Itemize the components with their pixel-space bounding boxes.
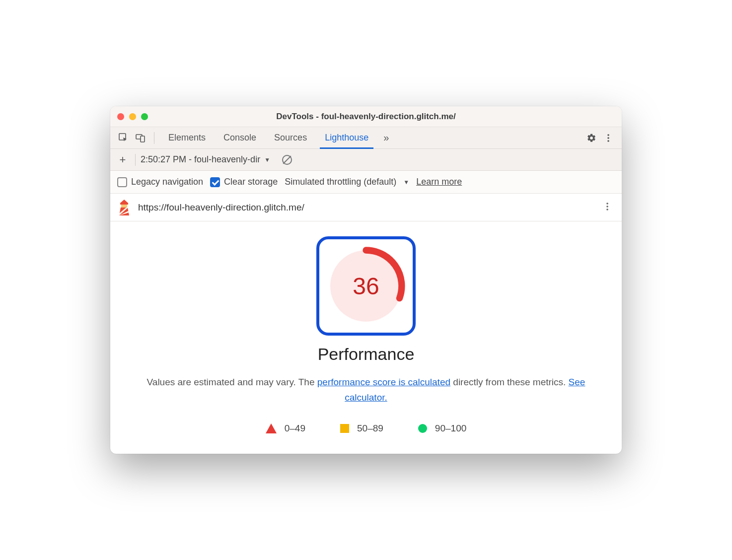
legend-pass-label: 90–100 (435, 423, 466, 434)
clear-storage-checkbox[interactable]: Clear storage (210, 177, 278, 187)
traffic-lights (117, 113, 148, 120)
divider (135, 154, 136, 166)
score-legend: 0–49 50–89 90–100 (125, 423, 607, 434)
score-gauge-highlight[interactable]: 36 (316, 236, 416, 336)
svg-point-4 (607, 137, 609, 139)
report-select-label: 2:50:27 PM - foul-heavenly-dir (141, 154, 260, 165)
legacy-nav-label: Legacy navigation (131, 177, 203, 187)
window-title: DevTools - foul-heavenly-direction.glitc… (276, 112, 455, 122)
svg-rect-6 (121, 205, 127, 208)
svg-point-8 (606, 206, 608, 208)
divider (154, 132, 154, 144)
score-calc-link[interactable]: performance score is calculated (317, 377, 450, 387)
legend-fail-label: 0–49 (285, 423, 305, 434)
minimize-dot[interactable] (129, 113, 136, 120)
new-report-button[interactable]: + (115, 153, 130, 166)
legend-average-label: 50–89 (357, 423, 383, 434)
tab-sources[interactable]: Sources (265, 127, 316, 149)
legend-pass: 90–100 (418, 423, 466, 434)
device-toggle-icon[interactable] (132, 130, 149, 146)
zoom-dot[interactable] (141, 113, 148, 120)
legend-average: 50–89 (340, 423, 383, 434)
square-warn-icon (340, 424, 349, 433)
report-header: https://foul-heavenly-direction.glitch.m… (110, 194, 622, 221)
throttling-label: Simulated throttling (default) (285, 177, 396, 187)
score-value: 36 (353, 273, 379, 300)
svg-point-5 (607, 140, 609, 142)
legend-fail: 0–49 (266, 423, 305, 434)
tab-console[interactable]: Console (215, 127, 265, 149)
category-title: Performance (125, 345, 607, 364)
settings-gear-icon[interactable] (583, 130, 600, 146)
triangle-fail-icon (266, 423, 277, 433)
clear-report-icon[interactable] (282, 155, 292, 165)
inspect-icon[interactable] (115, 130, 132, 146)
checkbox-checked-icon (210, 177, 220, 187)
lighthouse-subbar: + 2:50:27 PM - foul-heavenly-dir ▼ (110, 149, 622, 171)
titlebar: DevTools - foul-heavenly-direction.glitc… (110, 106, 622, 127)
more-menu-icon[interactable] (600, 130, 617, 146)
throttling-select[interactable]: Simulated throttling (default) ▼ (285, 177, 409, 187)
svg-point-9 (606, 209, 608, 210)
report-select[interactable]: 2:50:27 PM - foul-heavenly-dir ▼ (141, 154, 270, 165)
checkbox-icon (117, 177, 127, 187)
desc-text: directly from these metrics. (450, 377, 569, 387)
circle-pass-icon (418, 424, 427, 433)
tab-lighthouse[interactable]: Lighthouse (316, 127, 377, 149)
legacy-nav-checkbox[interactable]: Legacy navigation (117, 177, 203, 187)
svg-point-3 (607, 134, 609, 136)
report-more-icon[interactable] (600, 201, 615, 214)
learn-more-link[interactable]: Learn more (416, 177, 462, 187)
chevron-down-icon: ▼ (403, 179, 409, 186)
score-description: Values are estimated and may vary. The p… (125, 375, 607, 405)
lighthouse-icon (117, 200, 131, 215)
desc-text: Values are estimated and may vary. The (147, 377, 317, 387)
svg-point-7 (606, 203, 608, 205)
close-dot[interactable] (117, 113, 124, 120)
clear-storage-label: Clear storage (224, 177, 278, 187)
lighthouse-options: Legacy navigation Clear storage Simulate… (110, 171, 622, 194)
report-url: https://foul-heavenly-direction.glitch.m… (138, 202, 593, 213)
main-tabbar: Elements Console Sources Lighthouse » (110, 127, 622, 149)
tab-elements[interactable]: Elements (159, 127, 215, 149)
more-tabs-icon[interactable]: » (377, 132, 395, 143)
chevron-down-icon: ▼ (264, 156, 270, 163)
report-body: 36 Performance Values are estimated and … (110, 221, 622, 454)
svg-rect-2 (141, 136, 145, 142)
devtools-window: DevTools - foul-heavenly-direction.glitc… (110, 106, 622, 454)
